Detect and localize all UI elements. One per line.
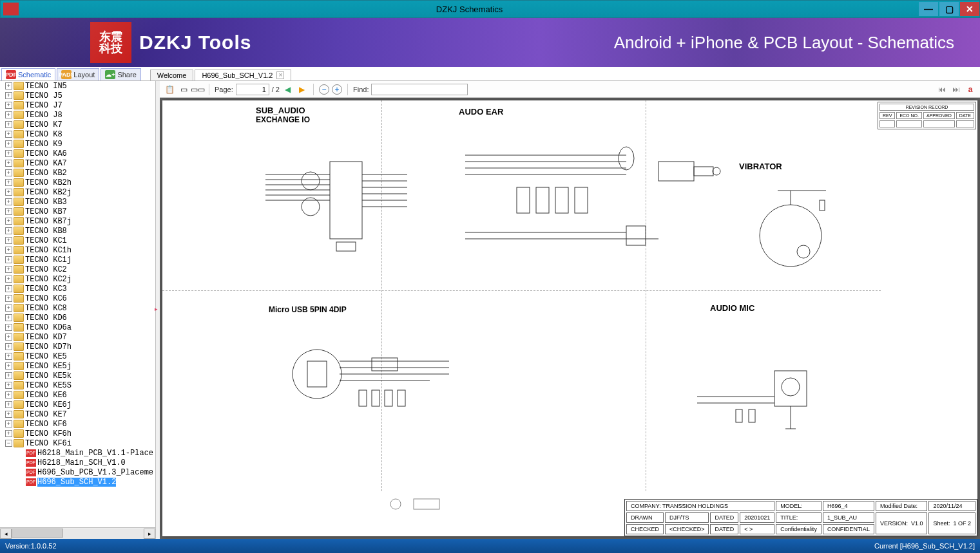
tree-folder[interactable]: +TECNO KB2: [0, 168, 155, 178]
expand-icon[interactable]: +: [5, 401, 12, 408]
page-input[interactable]: [236, 84, 269, 95]
find-prev-icon[interactable]: ⏮: [936, 84, 948, 95]
expand-icon[interactable]: +: [5, 430, 12, 437]
expand-icon[interactable]: +: [5, 179, 12, 186]
tree-folder[interactable]: +TECNO KB2j: [0, 187, 155, 197]
tree-folder[interactable]: +TECNO KE7: [0, 409, 155, 419]
expand-icon[interactable]: +: [5, 121, 12, 128]
tree-folder[interactable]: +TECNO IN5: [0, 81, 155, 91]
expand-icon[interactable]: +: [5, 198, 12, 205]
tree-folder[interactable]: +TECNO KC1: [0, 236, 155, 245]
expand-icon[interactable]: +: [5, 391, 12, 398]
prev-page-icon[interactable]: ◀: [282, 84, 294, 95]
expand-icon[interactable]: +: [5, 160, 12, 167]
tree-folder[interactable]: +TECNO J7: [0, 100, 155, 110]
tree-folder[interactable]: +TECNO KC3: [0, 284, 155, 294]
expand-icon[interactable]: +: [5, 305, 12, 312]
scroll-thumb[interactable]: [12, 529, 63, 538]
expand-icon[interactable]: +: [5, 285, 12, 292]
expand-icon[interactable]: +: [5, 256, 12, 263]
document-canvas[interactable]: REVISION RECORD REVECO NO.APPROVEDDATE S…: [160, 98, 980, 539]
zoom-out-icon[interactable]: −: [319, 84, 329, 95]
tree-folder[interactable]: +TECNO KE6j: [0, 400, 155, 409]
expand-icon[interactable]: +: [5, 353, 12, 360]
tree-folder[interactable]: +TECNO KF6: [0, 419, 155, 429]
page-multi-icon[interactable]: ▭▭: [192, 84, 204, 95]
tree-folder[interactable]: +TECNO KB8: [0, 226, 155, 236]
close-button[interactable]: ✕: [960, 2, 979, 16]
tree-folder[interactable]: +TECNO KB7j: [0, 216, 155, 226]
expand-icon[interactable]: +: [5, 92, 12, 99]
tree-folder[interactable]: +TECNO KE6: [0, 390, 155, 400]
expand-icon[interactable]: +: [5, 276, 12, 283]
copy-icon[interactable]: 📋: [164, 84, 175, 95]
expand-icon[interactable]: +: [5, 227, 12, 234]
expand-icon[interactable]: +: [5, 169, 12, 176]
doc-tab[interactable]: H696_Sub_SCH_V1.2×: [195, 70, 291, 80]
tree-folder[interactable]: +TECNO K8: [0, 129, 155, 139]
tree-file[interactable]: PDFH696_Sub_PCB_V1.3_Placeme: [0, 467, 155, 477]
expand-icon[interactable]: +: [5, 150, 12, 157]
tree-folder[interactable]: +TECNO KC1h: [0, 245, 155, 255]
minimize-button[interactable]: —: [919, 2, 938, 16]
tree-folder[interactable]: +TECNO KB2h: [0, 178, 155, 187]
expand-icon[interactable]: +: [5, 82, 12, 89]
tree-folder[interactable]: +TECNO KA7: [0, 158, 155, 168]
text-size-icon[interactable]: a: [965, 84, 976, 95]
expand-icon[interactable]: +: [5, 208, 12, 215]
tree-folder[interactable]: −TECNO KF6i: [0, 438, 155, 448]
expand-icon[interactable]: +: [5, 314, 12, 321]
tree-hscrollbar[interactable]: ◂ ▸: [0, 527, 155, 539]
tree-folder[interactable]: +TECNO KD6a: [0, 323, 155, 332]
tree-folder[interactable]: +TECNO KC2: [0, 265, 155, 274]
tree-folder[interactable]: +TECNO KE5: [0, 351, 155, 361]
expand-icon[interactable]: +: [5, 333, 12, 341]
expand-icon[interactable]: +: [5, 111, 12, 118]
next-page-icon[interactable]: ▶: [296, 84, 308, 95]
tree-folder[interactable]: +TECNO KC1j: [0, 255, 155, 265]
expand-icon[interactable]: +: [5, 420, 12, 427]
tree-folder[interactable]: +TECNO K7: [0, 120, 155, 129]
main-tab-layout[interactable]: PADSLayout: [57, 68, 99, 80]
tree-file[interactable]: PDFH6218_Main_SCH_V1.0: [0, 458, 155, 467]
main-tab-schematic[interactable]: PDFSchematic: [1, 68, 55, 80]
main-tab-share[interactable]: ☁+Share: [101, 68, 140, 80]
expand-icon[interactable]: +: [5, 247, 12, 254]
tree-folder[interactable]: +TECNO KE5j: [0, 361, 155, 371]
expand-icon[interactable]: +: [5, 131, 12, 138]
tree-folder[interactable]: +TECNO KC8: [0, 303, 155, 313]
expand-icon[interactable]: +: [5, 218, 12, 225]
tree-folder[interactable]: +TECNO KB3: [0, 197, 155, 207]
expand-icon[interactable]: +: [5, 324, 12, 331]
find-input[interactable]: [371, 84, 468, 95]
expand-icon[interactable]: +: [5, 382, 12, 389]
expand-icon[interactable]: +: [5, 266, 12, 273]
maximize-button[interactable]: ▢: [939, 2, 959, 16]
expand-icon[interactable]: +: [5, 237, 12, 244]
tree-folder[interactable]: +TECNO KB7: [0, 207, 155, 216]
tab-close-icon[interactable]: ×: [276, 71, 284, 79]
tree-folder[interactable]: +TECNO K9: [0, 139, 155, 149]
find-next-icon[interactable]: ⏭: [950, 84, 962, 95]
tree-folder[interactable]: +TECNO KF6h: [0, 429, 155, 438]
tree-file[interactable]: PDFH6218_Main_PCB_V1.1-Place: [0, 448, 155, 458]
tree-folder[interactable]: +TECNO KC2j: [0, 274, 155, 284]
tree-folder[interactable]: +TECNO KD7: [0, 332, 155, 342]
tree-folder[interactable]: +TECNO KC6: [0, 294, 155, 303]
expand-icon[interactable]: +: [5, 189, 12, 196]
expand-icon[interactable]: +: [5, 343, 12, 350]
tree-folder[interactable]: +TECNO J5: [0, 91, 155, 100]
tree-view[interactable]: +TECNO IN5+TECNO J5+TECNO J7+TECNO J8+TE…: [0, 81, 155, 527]
scroll-right-button[interactable]: ▸: [144, 529, 155, 539]
page-single-icon[interactable]: ▭: [178, 84, 189, 95]
tree-folder[interactable]: +TECNO KD7h: [0, 342, 155, 351]
tree-folder[interactable]: +TECNO KA6: [0, 149, 155, 158]
tree-folder[interactable]: +TECNO J8: [0, 110, 155, 120]
expand-icon[interactable]: +: [5, 411, 12, 418]
doc-tab[interactable]: Welcome: [150, 70, 194, 80]
expand-icon[interactable]: +: [5, 362, 12, 370]
scroll-track[interactable]: [12, 529, 144, 539]
tree-folder[interactable]: +TECNO KE5k: [0, 371, 155, 380]
zoom-in-icon[interactable]: +: [332, 84, 342, 95]
collapse-icon[interactable]: −: [5, 440, 12, 447]
